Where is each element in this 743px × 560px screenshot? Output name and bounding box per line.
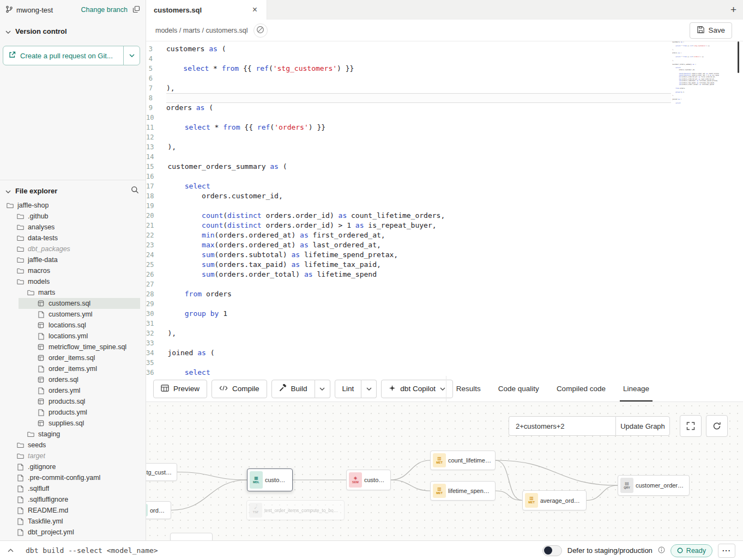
tree-item-products.sql[interactable]: products.sql: [0, 396, 146, 407]
results-tab-compiled-code[interactable]: Compiled code: [548, 376, 614, 401]
file-explorer-header[interactable]: File explorer: [0, 180, 146, 196]
lineage-node-customers_sem[interactable]: ◈SEMcustomers: [346, 470, 391, 490]
new-tab-button[interactable]: +: [730, 0, 736, 20]
code-line-20[interactable]: 20 count(distinct orders.order_id) as co…: [146, 211, 743, 221]
code-line-24[interactable]: 24 sum(orders.subtotal) as lifetime_spen…: [146, 250, 743, 260]
save-button[interactable]: Save: [690, 22, 732, 39]
code-line-22[interactable]: 22 min(orders.ordered_at) as first_order…: [146, 230, 743, 240]
code-editor[interactable]: 3customers as (45 select * from {{ ref('…: [146, 41, 743, 376]
code-line-18[interactable]: 18 orders.customer_id,: [146, 191, 743, 201]
code-line-16[interactable]: 16: [146, 172, 743, 181]
tree-item-README.md[interactable]: README.md: [0, 505, 146, 516]
tree-item-customers.sql[interactable]: customers.sql: [0, 298, 146, 309]
code-line-4[interactable]: 4: [146, 54, 743, 64]
code-line-17[interactable]: 17 select: [146, 181, 743, 191]
expand-panel-button[interactable]: [8, 549, 14, 552]
tree-item-jaffle-shop[interactable]: jaffle-shop: [0, 200, 146, 211]
update-graph-button[interactable]: Update Graph: [615, 416, 670, 436]
tree-item-seeds[interactable]: seeds: [0, 440, 146, 451]
refresh-button[interactable]: [706, 415, 728, 437]
code-line-36[interactable]: 36 select: [146, 368, 743, 376]
tree-item-dbt_packages[interactable]: dbt_packages: [0, 244, 146, 254]
code-line-35[interactable]: 35: [146, 358, 743, 368]
code-line-23[interactable]: 23 max(orders.ordered_at) as last_ordere…: [146, 240, 743, 250]
tree-item-locations.sql[interactable]: locations.sql: [0, 320, 146, 331]
tree-item-orders.yml[interactable]: orders.yml: [0, 385, 146, 396]
lineage-node-stg_customers[interactable]: ▦MDLstg_customers: [146, 463, 177, 481]
tree-item-.gitignore[interactable]: .gitignore: [0, 461, 146, 472]
tree-item-data-tests[interactable]: data-tests: [0, 233, 146, 244]
change-branch-link[interactable]: Change branch: [81, 6, 128, 14]
minimap[interactable]: customers as ( select * from {{ ref('stg…: [672, 41, 719, 108]
results-tab-lineage[interactable]: Lineage: [614, 376, 658, 401]
code-line-11[interactable]: 11 select * from {{ ref('orders') }}: [146, 123, 743, 132]
code-line-13[interactable]: 13),: [146, 142, 743, 152]
lint-button[interactable]: Lint: [335, 380, 362, 398]
code-line-25[interactable]: 25 sum(orders.tax_paid) as lifetime_tax_…: [146, 260, 743, 270]
copy-branch-icon[interactable]: [132, 5, 140, 15]
lineage-node-customer_order_metrics[interactable]: ▤QRYcustomer_order_metrics: [618, 475, 690, 496]
create-pr-button[interactable]: Create a pull request on Git...: [3, 46, 123, 65]
tree-item-models[interactable]: models: [0, 276, 146, 287]
lineage-node-partial_node[interactable]: [170, 533, 213, 540]
tree-item-.pre-commit-config.yaml[interactable]: .pre-commit-config.yaml: [0, 472, 146, 483]
dbt-copilot-button[interactable]: dbt Copilot: [381, 380, 453, 398]
code-line-26[interactable]: 26 sum(orders.order_total) as lifetime_s…: [146, 270, 743, 279]
tree-item-supplies.sql[interactable]: supplies.sql: [0, 418, 146, 429]
tree-item-dbt_project.yml[interactable]: dbt_project.yml: [0, 527, 146, 538]
search-icon[interactable]: [131, 186, 139, 196]
model-indicator-button[interactable]: [253, 23, 268, 38]
code-line-29[interactable]: 29: [146, 299, 743, 309]
code-line-21[interactable]: 21 count(distinct orders.order_id) > 1 a…: [146, 221, 743, 230]
code-line-28[interactable]: 28 from orders: [146, 289, 743, 299]
code-line-10[interactable]: 10: [146, 113, 743, 123]
code-line-34[interactable]: 34joined as (: [146, 348, 743, 358]
results-tab-code-quality[interactable]: Code quality: [490, 376, 548, 401]
lineage-node-count_lifetime_orders[interactable]: ▥METcount_lifetime_orders: [430, 451, 496, 470]
tree-item-macros[interactable]: macros: [0, 265, 146, 276]
lineage-node-test_node[interactable]: ✓TSTtest_order_items_compute_to_bools...: [246, 500, 345, 520]
version-control-header[interactable]: Version control: [0, 20, 146, 35]
code-line-12[interactable]: 12: [146, 132, 743, 142]
lint-dropdown[interactable]: [361, 380, 377, 398]
tree-item-marts[interactable]: marts: [0, 287, 146, 298]
build-button[interactable]: Build: [271, 380, 315, 398]
tree-item-products.yml[interactable]: products.yml: [0, 407, 146, 418]
build-dropdown[interactable]: [315, 380, 330, 398]
code-line-9[interactable]: 9orders as (: [146, 103, 743, 113]
fullscreen-button[interactable]: [680, 415, 702, 437]
results-tab-results[interactable]: Results: [448, 376, 490, 401]
tree-item-customers.yml[interactable]: customers.yml: [0, 309, 146, 320]
tree-item-locations.yml[interactable]: locations.yml: [0, 331, 146, 342]
tree-item-Taskfile.yml[interactable]: Taskfile.yml: [0, 516, 146, 527]
info-icon[interactable]: [658, 546, 665, 555]
defer-toggle[interactable]: [542, 545, 562, 556]
editor-scrollbar[interactable]: [738, 41, 739, 73]
code-line-6[interactable]: 6: [146, 74, 743, 83]
close-tab-icon[interactable]: ×: [251, 5, 259, 14]
command-preview[interactable]: dbt build --select <model_name>: [26, 546, 158, 555]
tree-item-.sqlfluffignore[interactable]: .sqlfluffignore: [0, 494, 146, 505]
code-line-7[interactable]: 7),: [146, 83, 743, 93]
tree-item-metricflow_time_spine.sql[interactable]: metricflow_time_spine.sql: [0, 342, 146, 352]
code-line-27[interactable]: 27: [146, 279, 743, 289]
code-line-8[interactable]: 8: [146, 93, 743, 103]
code-line-19[interactable]: 19: [146, 201, 743, 211]
tree-item-jaffle-data[interactable]: jaffle-data: [0, 254, 146, 265]
tree-item-orders.sql[interactable]: orders.sql: [0, 374, 146, 385]
lineage-node-average_order_value[interactable]: ▥METaverage_order_value: [522, 490, 587, 510]
code-line-31[interactable]: 31: [146, 319, 743, 328]
code-line-5[interactable]: 5 select * from {{ ref('stg_customers') …: [146, 64, 743, 74]
code-line-15[interactable]: 15customer_orders_summary as (: [146, 162, 743, 172]
lineage-selector-input[interactable]: [509, 416, 615, 436]
tree-item-.github[interactable]: .github: [0, 211, 146, 222]
create-pr-dropdown[interactable]: [123, 46, 140, 65]
compile-button[interactable]: Compile: [212, 380, 267, 398]
preview-button[interactable]: Preview: [153, 380, 207, 398]
tree-item-analyses[interactable]: analyses: [0, 222, 146, 233]
lineage-node-orders_src[interactable]: ▦MDLorders: [146, 501, 171, 519]
tree-item-target[interactable]: target: [0, 451, 146, 461]
code-line-14[interactable]: 14: [146, 152, 743, 162]
code-line-33[interactable]: 33: [146, 338, 743, 348]
tree-item-order_items.sql[interactable]: order_items.sql: [0, 352, 146, 363]
